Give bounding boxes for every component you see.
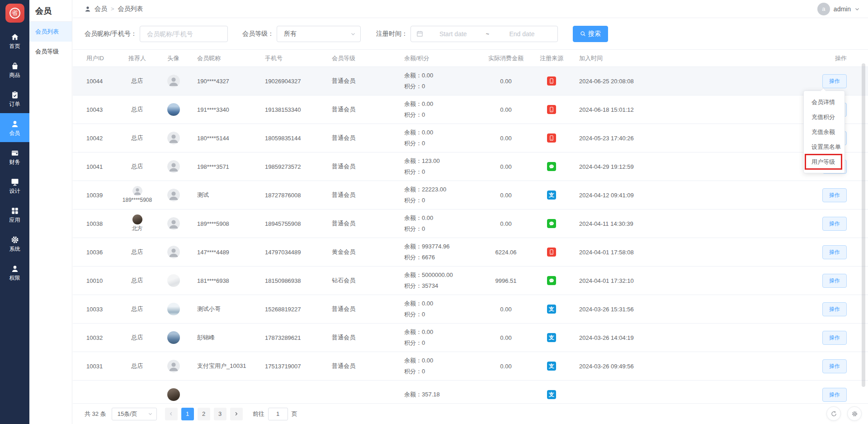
menu-item-设置黑名单[interactable]: 设置黑名单 — [804, 139, 844, 154]
member-phone: 15268819227 — [258, 306, 325, 313]
row-action-button[interactable]: 操作 — [822, 188, 847, 202]
column-header: 用户ID — [86, 54, 118, 62]
column-header: 手机号 — [258, 54, 325, 62]
member-nickname: 191****3340 — [190, 106, 258, 113]
points-value: 积分：0 — [404, 139, 481, 148]
source-wechat-icon — [547, 162, 556, 171]
date-range-picker[interactable]: Start date ~ End date — [410, 26, 558, 42]
nickname-filter-input[interactable] — [140, 26, 228, 42]
page-button-1[interactable]: 1 — [181, 408, 194, 420]
action-cell: 操作 — [656, 388, 868, 402]
consumed-amount: 0.00 — [481, 106, 531, 113]
page-size-select[interactable]: 15条/页 — [112, 408, 157, 420]
menu-item-充值余额[interactable]: 充值余额 — [804, 124, 844, 139]
vertical-scrollbar[interactable] — [862, 63, 865, 387]
join-time: 2024-04-11 14:30:39 — [572, 220, 656, 227]
members-icon — [10, 119, 19, 129]
member-id: 10038 — [86, 220, 118, 227]
prev-page-button[interactable] — [165, 408, 178, 420]
submenu-item-0[interactable]: 会员列表 — [29, 22, 72, 42]
page-button-3[interactable]: 3 — [214, 408, 226, 420]
primary-sidebar: 省 首页商品订单会员财务设计应用系统权限 — [0, 0, 29, 424]
logo-character: 省 — [9, 8, 20, 19]
avatar: a — [817, 3, 830, 15]
consumed-amount: 0.00 — [481, 220, 531, 227]
balance-value: 余额：0.00 — [404, 100, 481, 109]
balance-points-cell: 余额：0.00积分：0 — [397, 298, 481, 321]
sidebar-item-members[interactable]: 会员 — [0, 113, 29, 142]
sidebar-item-home[interactable]: 首页 — [0, 26, 29, 55]
sidebar-item-label: 订单 — [9, 101, 20, 107]
row-action-menu: 会员详情充值积分充值余额设置黑名单用户等级 — [803, 91, 845, 173]
sidebar-item-label: 权限 — [9, 275, 20, 281]
row-action-button[interactable]: 操作 — [822, 302, 847, 316]
avatar-cell — [156, 303, 190, 315]
main-content: 会员 > 会员列表 a admin 会员昵称/手机号： 会员等级： 所有 注册时… — [73, 0, 868, 424]
row-action-button[interactable]: 操作 — [822, 331, 847, 345]
sidebar-item-goods[interactable]: 商品 — [0, 55, 29, 84]
join-time: 2024-03-26 09:49:56 — [572, 363, 656, 370]
sidebar-item-system[interactable]: 系统 — [0, 229, 29, 258]
submenu-item-1[interactable]: 会员等级 — [29, 42, 72, 62]
member-id: 10032 — [86, 334, 118, 341]
sidebar-item-finance[interactable]: 财务 — [0, 142, 29, 171]
row-action-button[interactable]: 操作 — [822, 274, 847, 288]
user-menu[interactable]: a admin — [817, 3, 860, 15]
finance-icon — [10, 148, 19, 157]
action-cell: 操作 — [656, 274, 868, 288]
avatar-cell — [156, 75, 190, 87]
breadcrumb-root[interactable]: 会员 — [94, 5, 107, 13]
points-value: 积分：0 — [404, 167, 481, 177]
row-action-button[interactable]: 操作 — [822, 217, 847, 231]
search-button-label: 搜索 — [588, 30, 601, 38]
column-header: 注册来源 — [531, 54, 572, 62]
sidebar-item-label: 会员 — [9, 130, 20, 136]
balance-points-cell: 余额：0.00积分：0 — [397, 355, 481, 378]
source-cell: 支 — [531, 333, 572, 342]
date-filter-label: 注册时间： — [376, 30, 408, 38]
sidebar-item-apps[interactable]: 应用 — [0, 200, 29, 229]
sidebar-item-design[interactable]: 设计 — [0, 171, 29, 200]
avatar-cell — [156, 103, 190, 116]
row-action-button[interactable]: 操作 — [822, 245, 847, 259]
balance-points-cell: 余额：22223.00积分：0 — [397, 184, 481, 207]
avatar-cell — [156, 189, 190, 201]
row-action-button[interactable]: 操作 — [822, 74, 847, 88]
member-row: 10043总店191****334019138153340普通会员余额：0.00… — [73, 95, 868, 124]
goto-page-input[interactable] — [268, 408, 288, 420]
referrer-name: 189****5908 — [123, 197, 152, 204]
join-time: 2024-04-01 17:32:10 — [572, 277, 656, 284]
page-size-value: 15条/页 — [118, 410, 137, 418]
search-button[interactable]: 搜索 — [573, 26, 608, 42]
referrer-cell: 189****5908 — [118, 183, 156, 207]
referrer-cell: 总店 — [118, 276, 156, 285]
page-button-2[interactable]: 2 — [198, 408, 210, 420]
member-id: 10036 — [86, 249, 118, 256]
balance-value: 余额：0.00 — [404, 214, 481, 223]
source-alipay-icon: 支 — [547, 305, 556, 314]
sidebar-item-orders[interactable]: 订单 — [0, 84, 29, 113]
row-action-button[interactable]: 操作 — [822, 359, 847, 373]
member-nickname: 181****6938 — [190, 277, 258, 284]
level-filter-select[interactable]: 所有 — [277, 26, 361, 42]
member-id: 10033 — [86, 306, 118, 313]
row-action-button[interactable]: 操作 — [822, 388, 847, 402]
member-level: 普通会员 — [325, 191, 397, 199]
next-page-button[interactable] — [230, 408, 243, 420]
menu-item-用户等级[interactable]: 用户等级 — [804, 154, 844, 169]
menu-item-充值积分[interactable]: 充值积分 — [804, 110, 844, 124]
member-level: 普通会员 — [325, 333, 397, 342]
sidebar-item-permissions[interactable]: 权限 — [0, 258, 29, 287]
source-cell — [531, 76, 572, 86]
menu-item-会员详情[interactable]: 会员详情 — [804, 95, 844, 110]
chevron-left-icon — [169, 411, 174, 416]
chevron-down-icon — [350, 31, 356, 37]
balance-points-cell: 余额：123.00积分：0 — [397, 155, 481, 178]
refresh-button[interactable] — [826, 406, 841, 421]
settings-button[interactable] — [847, 406, 862, 421]
join-time: 2024-04-01 17:58:08 — [572, 249, 656, 256]
source-cell: 支 — [531, 305, 572, 314]
points-value: 积分：35734 — [404, 281, 481, 291]
member-id: 10043 — [86, 106, 118, 113]
column-header: 余额/积分 — [397, 54, 481, 62]
